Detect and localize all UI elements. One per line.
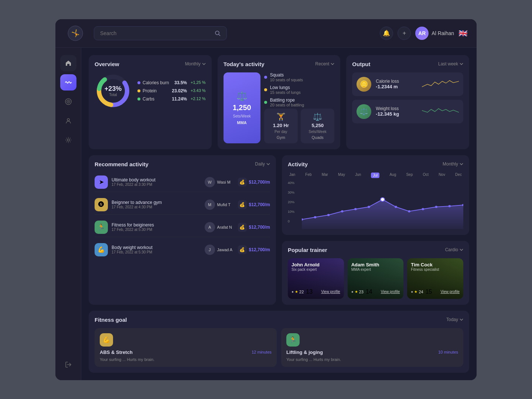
recommend-chevron-icon — [266, 163, 270, 165]
sidebar-item-home[interactable] — [60, 55, 76, 71]
chart-filter[interactable]: Monthly — [443, 161, 463, 167]
y-10: 10% — [288, 210, 299, 214]
abs-icon: 💪 — [100, 333, 113, 347]
rec-date-2: 17 Feb, 2022 at 4:30 PM — [112, 205, 201, 209]
fitness-goal-title: Fitness goal — [95, 317, 127, 323]
lifting-header: Liftling & joging 10 minutes — [286, 349, 458, 355]
svg-point-19 — [381, 198, 385, 201]
overview-card: Overview Monthly — [89, 55, 212, 149]
month-oct: Oct — [423, 173, 429, 178]
weight-chart — [422, 105, 459, 118]
output-card: Output Last week 🪙 Calorie loss — [346, 55, 469, 149]
tim-view-link[interactable]: View profile — [441, 290, 460, 294]
chart-chevron-icon — [460, 163, 463, 165]
trainer-title: Popular trainer — [288, 247, 327, 253]
calories-change: +1,25 % — [191, 80, 206, 85]
sidebar-item-settings[interactable] — [60, 132, 76, 148]
output-calorie: 🪙 Calorie loss -1.2344 m — [352, 72, 463, 96]
month-jul[interactable]: Jul — [371, 173, 379, 178]
app-window: 🤸 🔔 + AR Al Raihan 🇬🇧 — [55, 19, 477, 380]
main-layout: Overview Monthly — [55, 48, 477, 380]
john-view-link[interactable]: View profile — [321, 290, 340, 294]
adam-star-2: ★ — [355, 290, 358, 294]
search-bar[interactable] — [94, 26, 227, 40]
trainer-filter[interactable]: Cardio — [445, 247, 463, 252]
sidebar-item-profile[interactable] — [60, 113, 76, 129]
rec-date-3: 17 Feb, 2022 at 5:30 PM — [112, 228, 201, 232]
rec-date-1: 17 Feb, 2022 at 3:30 PM — [112, 183, 201, 187]
john-specialty: Six pack expert — [291, 267, 340, 272]
overview-header: Overview Monthly — [95, 61, 206, 67]
sidebar-item-target[interactable] — [60, 93, 76, 110]
popular-trainer-card: Popular trainer Cardio — [282, 241, 469, 305]
calories-dot — [137, 81, 140, 84]
weight-icon: ⚖️ — [357, 104, 371, 119]
output-header: Output Last week — [352, 61, 463, 67]
rec-icon-4: 💪 — [95, 243, 108, 256]
stat-protein: Protein 23.02% +3.43 % — [137, 88, 206, 93]
lifting-name: Liftling & joging — [286, 349, 323, 355]
protein-value: 23.02% — [172, 88, 187, 93]
sidebar-item-activity[interactable] — [60, 74, 76, 91]
fitness-goals-row: 💪 ABS & Stretch 12 minutes Your surfing … — [95, 328, 463, 367]
adam-rating: ● ★ 23 — [351, 290, 364, 294]
rec-trainer-2: M Mufid T — [205, 200, 234, 210]
rec-name-4: Body weight workout — [112, 245, 201, 250]
john-name: John Arnold — [291, 262, 340, 267]
trainer-name-3: Arafat N — [217, 225, 232, 229]
abs-header: ABS & Stretch 12 minutes — [100, 349, 272, 355]
sidebar-item-logout[interactable] — [60, 357, 76, 373]
month-jun: Jun — [355, 173, 361, 178]
svg-point-14 — [314, 216, 317, 218]
month-feb: Feb — [305, 173, 311, 178]
calorie-text: Calorie loss -1.2344 m — [376, 79, 417, 89]
search-input[interactable] — [100, 30, 211, 36]
activity-rope: Battling rope 20 seats of battling — [264, 98, 335, 107]
quads-label: Quads — [311, 135, 323, 140]
price-icon-1: 💰 — [238, 178, 247, 187]
trainer-avatar-2: M — [205, 200, 215, 210]
calories-label: Calories burn — [143, 80, 169, 85]
recommend-item-1: ➤ Ultimate body workout 17 Feb, 2022 at … — [95, 173, 270, 192]
rope-info: Battling rope 20 seats of battling — [270, 98, 335, 107]
fitness-goal-filter[interactable]: Today — [446, 317, 463, 322]
add-icon: + — [403, 30, 406, 37]
trainer-tim: Tim Cock Fitness specialist ● ★ 24 — [407, 258, 463, 299]
mini-card-gym: 🏋️ 1.20 Hr Per day Gym — [264, 109, 298, 143]
notification-button[interactable]: 🔔 — [380, 27, 393, 40]
user-info: AR Al Raihan — [415, 27, 454, 40]
activity-chart-card: Activity Monthly Jan Feb Mar — [282, 155, 469, 235]
price-value-3: $12,700/m — [249, 225, 270, 230]
rec-price-4: 💰 $12,700/m — [238, 245, 270, 254]
trainer-adam: Adam Smith MMA expert ● ★ 23 14 — [348, 258, 404, 299]
goal-lifting: 🏃 Liftling & joging 10 minutes Your surf… — [281, 328, 463, 367]
header-right: 🔔 + AR Al Raihan 🇬🇧 — [380, 27, 468, 40]
price-value-4: $12,700/m — [249, 247, 270, 252]
trainer-john: John Arnold Six pack expert ● ★ 22 — [288, 258, 344, 299]
gym-label: Gym — [277, 135, 285, 140]
recommend-filter[interactable]: Daily — [255, 161, 270, 167]
rec-info-2: Beignner to advance gym 17 Feb, 2022 at … — [112, 200, 201, 209]
search-icon — [215, 30, 221, 36]
svg-point-18 — [368, 206, 370, 208]
output-weight: ⚖️ Weight loss -12.345 kg — [352, 100, 463, 123]
chart-header: Activity Monthly — [288, 161, 463, 167]
price-icon-3: 💰 — [238, 223, 247, 232]
svg-point-6 — [68, 101, 69, 102]
output-filter[interactable]: Last week — [438, 61, 463, 66]
adam-view-link[interactable]: View profile — [381, 290, 400, 294]
content: Overview Monthly — [81, 48, 477, 380]
svg-point-16 — [341, 210, 344, 212]
mini-cards-row: 🏋️ 1.20 Hr Per day Gym ⚖️ 5,250 Sets/Wee… — [264, 109, 335, 143]
john-star-1: ● — [291, 290, 294, 294]
recommend-item-2: 🅝 Beignner to advance gym 17 Feb, 2022 a… — [95, 195, 270, 215]
overview-filter[interactable]: Monthly — [185, 61, 206, 66]
overview-inner: +23% Total Calories burn — [95, 72, 206, 109]
rec-price-3: 💰 $12,700/m — [238, 223, 270, 232]
activity-filter[interactable]: Recent — [315, 61, 334, 66]
add-button[interactable]: + — [398, 27, 411, 40]
activity-inner: ⚖️ 1,250 Sets/Week MMA Squats — [224, 72, 335, 143]
month-dec: Dec — [455, 173, 462, 178]
tim-star-2: ★ — [414, 290, 417, 294]
adam-content: Adam Smith MMA expert ● ★ 23 14 — [348, 258, 404, 299]
